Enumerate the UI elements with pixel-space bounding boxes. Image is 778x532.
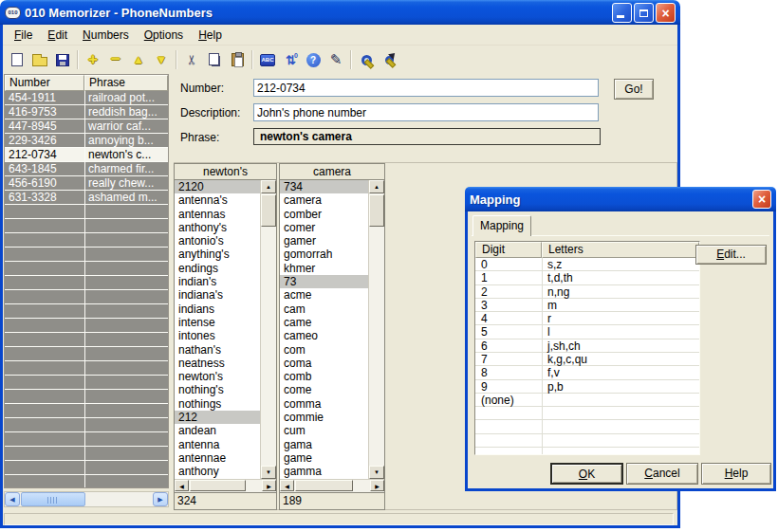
word-list-item[interactable]: coma bbox=[280, 357, 368, 370]
number-input[interactable] bbox=[253, 79, 599, 97]
word-list-item[interactable]: anthony's bbox=[175, 221, 260, 234]
scroll-up-button[interactable]: ▲ bbox=[261, 180, 276, 193]
word-list-item[interactable]: antenna's bbox=[175, 193, 260, 207]
maximize-button[interactable] bbox=[634, 3, 654, 23]
save-button[interactable] bbox=[51, 49, 74, 71]
column-header-letters[interactable]: Letters bbox=[542, 242, 699, 258]
word-list-item[interactable]: neatness bbox=[175, 357, 260, 370]
scroll-right-button[interactable]: ▶ bbox=[262, 480, 276, 491]
help-dialog-button[interactable]: Help bbox=[701, 463, 771, 485]
word-list-item[interactable]: cameo bbox=[280, 329, 368, 342]
column-header-digit[interactable]: Digit bbox=[475, 242, 542, 258]
word-list-item[interactable]: indian's bbox=[175, 275, 260, 288]
word-list-item[interactable]: nathan's bbox=[175, 343, 260, 357]
scroll-thumb[interactable] bbox=[369, 194, 384, 227]
menu-file[interactable]: File bbox=[7, 26, 40, 45]
scroll-left-button[interactable]: ◀ bbox=[175, 480, 189, 491]
search-button[interactable] bbox=[355, 49, 378, 71]
word-list-item[interactable]: came bbox=[280, 316, 368, 329]
mapping-row[interactable]: 6 j,sh,ch bbox=[475, 339, 699, 353]
scroll-thumb[interactable] bbox=[295, 480, 353, 491]
mapping-row[interactable]: 7 k,g,c,qu bbox=[475, 353, 699, 366]
scroll-right-button[interactable]: ▶ bbox=[370, 480, 384, 491]
copy-button[interactable] bbox=[203, 49, 226, 71]
word-list-item[interactable]: cum bbox=[280, 424, 368, 437]
word-list-item[interactable]: nothings bbox=[175, 397, 260, 411]
word-list-item[interactable]: 2120 bbox=[175, 180, 260, 193]
word-list-item[interactable]: intones bbox=[175, 329, 260, 342]
tab-mapping[interactable]: Mapping bbox=[472, 215, 531, 236]
table-row[interactable]: 454-1911 railroad pot... bbox=[5, 91, 168, 105]
search-go-button[interactable] bbox=[378, 49, 400, 71]
scroll-left-button[interactable]: ◀ bbox=[5, 492, 20, 506]
scroll-down-button[interactable]: ▼ bbox=[261, 466, 276, 479]
word-list-item[interactable]: nothing's bbox=[175, 383, 260, 396]
mapping-row[interactable]: 9 p,b bbox=[475, 380, 699, 394]
word-list-item[interactable]: intense bbox=[175, 316, 260, 329]
word-list-item[interactable]: gomorrah bbox=[280, 248, 368, 261]
word-list-item[interactable]: anything's bbox=[175, 248, 260, 261]
close-button[interactable]: × bbox=[656, 3, 676, 23]
scroll-down-button[interactable]: ▼ bbox=[369, 466, 384, 479]
menu-numbers[interactable]: Numbers bbox=[75, 26, 137, 45]
word-list-item[interactable]: antonio's bbox=[175, 234, 260, 248]
table-row[interactable]: 416-9753 reddish bag... bbox=[5, 105, 168, 119]
word-list-item[interactable]: cam bbox=[280, 303, 368, 316]
word-list-item[interactable]: indians bbox=[175, 303, 260, 316]
dialog-titlebar[interactable]: Mapping × bbox=[465, 187, 776, 211]
menu-edit[interactable]: Edit bbox=[40, 26, 75, 45]
mapping-row[interactable]: 5 l bbox=[475, 325, 699, 339]
table-row[interactable]: 229-3426 annoying b... bbox=[5, 134, 168, 148]
mapping-row[interactable]: 0 s,z bbox=[475, 258, 699, 271]
mapping-row[interactable]: 2 n,ng bbox=[475, 285, 699, 299]
move-down-button[interactable]: ▼ bbox=[150, 49, 173, 71]
word-list-item[interactable]: khmer bbox=[280, 262, 368, 275]
scroll-up-button[interactable]: ▲ bbox=[369, 180, 384, 193]
word-list-item[interactable]: 73 bbox=[280, 275, 368, 288]
word-list-item[interactable]: come bbox=[280, 383, 368, 396]
word-list-item[interactable]: comber bbox=[280, 208, 368, 221]
abc-button[interactable]: ABC bbox=[256, 49, 279, 71]
new-button[interactable] bbox=[6, 49, 28, 71]
word-list-item[interactable]: endings bbox=[175, 262, 260, 275]
scroll-thumb[interactable] bbox=[190, 480, 246, 491]
table-row[interactable]: 456-6190 really chew... bbox=[5, 176, 168, 191]
scroll-left-button[interactable]: ◀ bbox=[280, 480, 294, 491]
minimize-button[interactable] bbox=[612, 3, 632, 23]
remove-button[interactable]: − bbox=[104, 49, 127, 71]
cut-button[interactable]: ✂ bbox=[180, 49, 203, 71]
word-list-item[interactable]: commie bbox=[280, 411, 368, 424]
description-input[interactable] bbox=[253, 103, 599, 121]
table-row[interactable]: 447-8945 warrior caf... bbox=[5, 119, 168, 134]
word-list-item[interactable]: antennae bbox=[175, 451, 260, 465]
word-list-item[interactable]: gamma bbox=[280, 465, 368, 478]
menu-options[interactable]: Options bbox=[137, 26, 191, 45]
word-list-item[interactable]: com bbox=[280, 343, 368, 357]
edit-button[interactable]: Edit... bbox=[695, 245, 767, 265]
word-list-item[interactable]: newton's bbox=[175, 370, 260, 383]
word-list-item[interactable]: gama bbox=[280, 438, 368, 451]
word-list-item[interactable]: anthony bbox=[175, 465, 260, 478]
paste-button[interactable] bbox=[226, 49, 249, 71]
move-up-button[interactable]: ▲ bbox=[127, 49, 150, 71]
open-button[interactable] bbox=[28, 49, 51, 71]
dialog-close-button[interactable]: × bbox=[752, 190, 771, 209]
word-list-item[interactable]: game bbox=[280, 451, 368, 465]
word-list-item[interactable]: gamer bbox=[280, 234, 368, 248]
mapping-row[interactable]: (none) bbox=[475, 394, 699, 407]
word-list-item[interactable]: 734 bbox=[280, 180, 368, 193]
menu-help[interactable]: Help bbox=[191, 26, 230, 45]
table-row[interactable]: 631-3328 ashamed m... bbox=[5, 191, 168, 205]
word-list-item[interactable]: indiana's bbox=[175, 288, 260, 302]
word-list-item[interactable]: 212 bbox=[175, 411, 260, 424]
cancel-button[interactable]: Cancel bbox=[626, 463, 698, 485]
mapping-row[interactable]: 8 f,v bbox=[475, 366, 699, 379]
word-list-item[interactable]: camera bbox=[280, 193, 368, 207]
table-row[interactable]: 212-0734 newton's c... bbox=[5, 148, 168, 162]
column-header-phrase[interactable]: Phrase bbox=[84, 75, 168, 91]
word-list-item[interactable]: comer bbox=[280, 221, 368, 234]
word-list-item[interactable]: comma bbox=[280, 397, 368, 411]
mapping-row[interactable]: 3 m bbox=[475, 299, 699, 312]
add-button[interactable]: + bbox=[82, 49, 104, 71]
word-list-item[interactable]: antenna bbox=[175, 438, 260, 451]
